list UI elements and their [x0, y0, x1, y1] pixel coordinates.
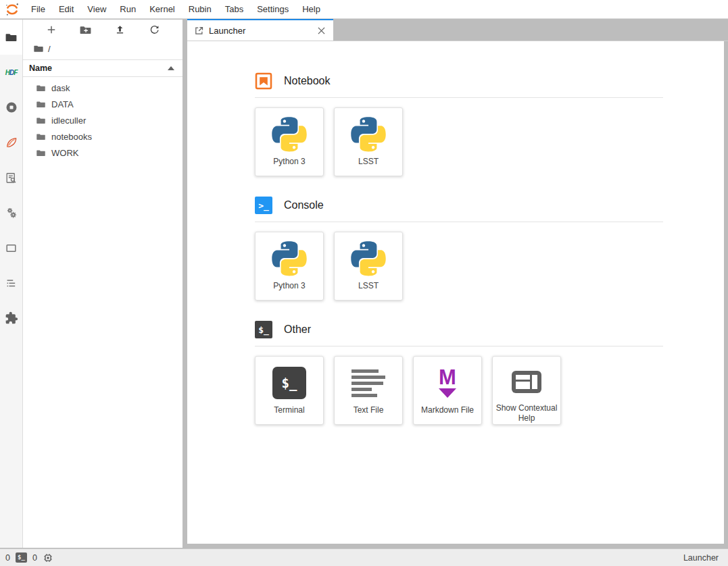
folder-icon: [36, 99, 46, 109]
file-row-notebooks[interactable]: notebooks: [23, 128, 183, 145]
hdf-icon: HDF: [5, 69, 18, 76]
tab-launcher[interactable]: Launcher: [187, 19, 333, 41]
menu-rubin[interactable]: Rubin: [182, 0, 218, 19]
sidebar-tab-extensions[interactable]: [0, 301, 22, 336]
upload-button[interactable]: [110, 21, 130, 38]
card-row: Python 3 LSST: [255, 107, 663, 176]
python-logo-icon: [350, 238, 387, 279]
close-icon[interactable]: [316, 25, 326, 36]
folder-icon: [5, 31, 18, 44]
plus-icon: [45, 24, 57, 36]
section-header: Notebook: [255, 72, 663, 98]
menu-tabs[interactable]: Tabs: [218, 0, 250, 19]
section-header: $_ Other: [255, 321, 663, 346]
card-label: Markdown File: [418, 405, 477, 416]
file-row-work[interactable]: WORK: [23, 145, 183, 161]
file-row-idleculler[interactable]: idleculler: [23, 112, 183, 128]
card-console-lsst[interactable]: LSST: [334, 232, 403, 301]
menu-settings[interactable]: Settings: [250, 0, 295, 19]
puzzle-icon: [5, 311, 18, 325]
card-label: Terminal: [271, 405, 307, 416]
breadcrumb-path: /: [48, 44, 51, 54]
status-bar: 0 $_ 0 Launcher: [0, 548, 728, 566]
main-dock-panel: Launcher Notebook: [187, 19, 728, 548]
running-sessions-icon: [5, 101, 18, 114]
launcher-panel: Notebook Python 3: [187, 41, 724, 544]
refresh-button[interactable]: [145, 21, 165, 38]
section-title: Notebook: [284, 75, 331, 87]
sessions-status[interactable]: 0 $_ 0: [5, 552, 53, 563]
card-notebook-lsst[interactable]: LSST: [334, 107, 403, 176]
python-logo-icon: [271, 238, 308, 279]
terminals-count: 0: [5, 553, 10, 563]
card-label: Show Contextual Help: [493, 403, 560, 424]
sidebar-tab-feather[interactable]: [0, 125, 22, 160]
kernels-count: 0: [32, 553, 37, 563]
sidebar-tab-hdf5[interactable]: HDF: [0, 55, 22, 90]
kernel-chip-icon: [43, 552, 53, 563]
text-file-icon: [351, 363, 385, 403]
file-browser-panel: / Name dask DATA idleculler notebooks WO…: [23, 20, 183, 548]
menu-edit[interactable]: Edit: [52, 0, 80, 19]
tab-label: Launcher: [209, 26, 311, 36]
new-folder-icon: [79, 24, 92, 36]
card-notebook-python3[interactable]: Python 3: [255, 107, 324, 176]
section-header: >_ Console: [255, 197, 663, 222]
inspector-icon: [5, 172, 18, 184]
card-label: Text File: [351, 405, 387, 416]
menu-view[interactable]: View: [80, 0, 113, 19]
menu-file[interactable]: File: [24, 0, 52, 19]
menu-help[interactable]: Help: [295, 0, 327, 19]
file-row-label: DATA: [51, 99, 74, 109]
new-folder-button[interactable]: [76, 21, 96, 38]
launcher-section-notebook: Notebook Python 3: [255, 72, 663, 176]
name-column-header[interactable]: Name: [23, 59, 183, 77]
upload-icon: [114, 24, 126, 36]
table-of-contents-icon: [5, 277, 18, 290]
sidebar-tab-inspector[interactable]: [0, 160, 22, 195]
card-markdown-file[interactable]: M Markdown File: [413, 356, 482, 425]
card-label: Python 3: [270, 281, 308, 292]
menu-bar: File Edit View Run Kernel Rubin Tabs Set…: [0, 0, 728, 19]
menu-kernel[interactable]: Kernel: [143, 0, 182, 19]
card-terminal[interactable]: $_ Terminal: [255, 356, 324, 425]
file-row-label: dask: [51, 83, 70, 93]
launcher-section-console: >_ Console Python 3: [255, 197, 663, 301]
launcher-tab-icon: [194, 26, 204, 36]
terminal-status-icon: $_: [16, 552, 27, 563]
tab-bar: Launcher: [187, 19, 728, 41]
console-icon: >_: [255, 197, 272, 214]
file-row-label: notebooks: [51, 132, 92, 142]
file-row-label: WORK: [51, 148, 78, 158]
sidebar-tab-running[interactable]: [0, 90, 22, 125]
file-row-data[interactable]: DATA: [23, 96, 183, 112]
folder-icon: [36, 115, 46, 126]
folder-icon: [33, 43, 44, 54]
new-launcher-button[interactable]: [41, 21, 62, 38]
refresh-icon: [149, 24, 160, 36]
notebook-icon: [255, 72, 272, 90]
card-text-file[interactable]: Text File: [334, 356, 403, 425]
folder-icon: [36, 132, 46, 142]
menu-run[interactable]: Run: [113, 0, 143, 19]
sidebar-tab-file-browser[interactable]: [0, 20, 22, 55]
file-row-dask[interactable]: dask: [23, 80, 183, 96]
jupyter-rubin-logo-icon: [0, 0, 24, 19]
card-row: Python 3 LSST: [255, 232, 663, 301]
section-title: Console: [284, 199, 324, 211]
sidebar-tab-gears[interactable]: [0, 195, 22, 230]
sort-ascending-icon: [168, 66, 174, 70]
sidebar-tab-open-tabs[interactable]: [0, 230, 22, 265]
name-header-label: Name: [29, 63, 52, 73]
launcher-section-other: $_ Other $_ Terminal: [255, 321, 663, 425]
sidebar-tab-toc[interactable]: [0, 265, 22, 301]
python-logo-icon: [350, 114, 387, 155]
breadcrumb[interactable]: /: [23, 40, 183, 57]
card-contextual-help[interactable]: Show Contextual Help: [492, 356, 561, 425]
card-row: $_ Terminal: [255, 356, 663, 425]
card-console-python3[interactable]: Python 3: [255, 232, 324, 301]
file-row-label: idleculler: [51, 115, 86, 126]
card-label: Python 3: [270, 157, 308, 168]
card-label: LSST: [356, 281, 381, 292]
section-title: Other: [284, 324, 311, 336]
